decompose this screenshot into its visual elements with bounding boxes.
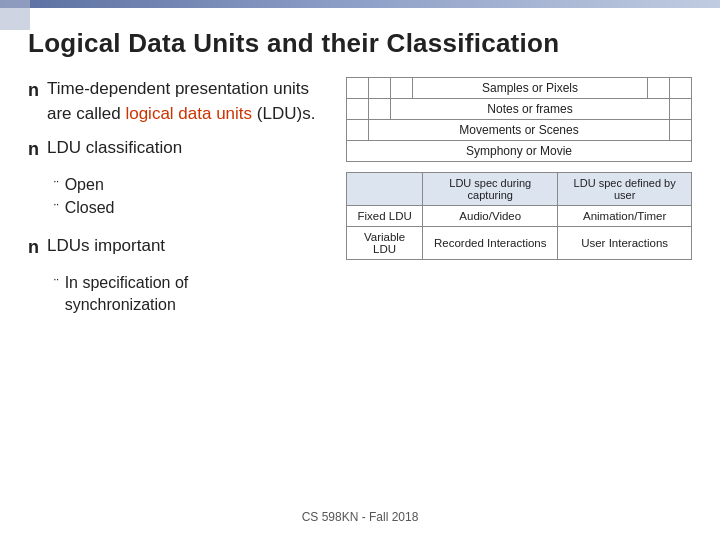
top-gradient-bar xyxy=(0,0,720,8)
sub-marker-closed: ¨ xyxy=(54,200,59,220)
spacer xyxy=(346,268,692,500)
table-bottom: LDU spec during capturing LDU spec defin… xyxy=(346,172,692,260)
cell-notes: Notes or frames xyxy=(391,99,670,120)
table-row: Samples or Pixels xyxy=(347,78,692,99)
cell-recorded: Recorded Interactions xyxy=(423,227,558,260)
cell-empty xyxy=(670,99,692,120)
cell-empty xyxy=(670,120,692,141)
highlight-ldu: logical data units xyxy=(125,104,252,123)
cell-empty xyxy=(369,78,391,99)
table-top: Samples or Pixels Notes or frames Moveme… xyxy=(346,77,692,162)
cell-animation-timer: Animation/Timer xyxy=(558,206,692,227)
header-cell-ldu-capturing: LDU spec during capturing xyxy=(423,173,558,206)
cell-empty xyxy=(670,78,692,99)
bullet-marker-3: n xyxy=(28,235,39,260)
table-row: Movements or Scenes xyxy=(347,120,692,141)
cell-variable-ldu: Variable LDU xyxy=(347,227,423,260)
footer: CS 598KN - Fall 2018 xyxy=(28,510,692,524)
bullet-marker-2: n xyxy=(28,137,39,162)
bullet-text-3: LDUs important xyxy=(47,234,165,259)
sub-bullet-open: ¨ Open xyxy=(54,174,328,197)
table-row: Notes or frames xyxy=(347,99,692,120)
table-row-fixed: Fixed LDU Audio/Video Animation/Timer xyxy=(347,206,692,227)
cell-samples: Samples or Pixels xyxy=(413,78,648,99)
cell-audio-video: Audio/Video xyxy=(423,206,558,227)
sub-bullet-closed: ¨ Closed xyxy=(54,197,328,220)
header-cell-ldu-user: LDU spec defined by user xyxy=(558,173,692,206)
bullet-3: n LDUs important xyxy=(28,234,328,260)
table-row-variable: Variable LDU Recorded Interactions User … xyxy=(347,227,692,260)
sub-bullets-3: ¨ In specification ofsynchronization xyxy=(54,272,328,317)
left-column: n Time-dependent presentation units are … xyxy=(28,77,328,500)
sub-bullets-2: ¨ Open ¨ Closed xyxy=(54,174,328,219)
table-row: Symphony or Movie xyxy=(347,141,692,162)
sub-marker-spec: ¨ xyxy=(54,275,59,295)
cell-symphony: Symphony or Movie xyxy=(347,141,692,162)
table-header-row: LDU spec during capturing LDU spec defin… xyxy=(347,173,692,206)
cell-empty xyxy=(347,78,369,99)
sub-label-open: Open xyxy=(65,174,104,196)
slide-container: Logical Data Units and their Classificat… xyxy=(0,8,720,540)
cell-empty xyxy=(391,78,413,99)
bullet-text-1: Time-dependent presentation units are ca… xyxy=(47,77,328,126)
cell-empty xyxy=(648,78,670,99)
cell-user-interactions: User Interactions xyxy=(558,227,692,260)
slide-title: Logical Data Units and their Classificat… xyxy=(28,28,692,59)
cell-movements: Movements or Scenes xyxy=(369,120,670,141)
sub-marker-open: ¨ xyxy=(54,177,59,197)
bullet-2: n LDU classification xyxy=(28,136,328,162)
content-area: n Time-dependent presentation units are … xyxy=(28,77,692,500)
bullet-text-2: LDU classification xyxy=(47,136,182,161)
bullet-marker-1: n xyxy=(28,78,39,103)
cell-empty xyxy=(347,120,369,141)
sub-label-closed: Closed xyxy=(65,197,115,219)
sub-label-spec: In specification ofsynchronization xyxy=(65,272,189,317)
right-column: Samples or Pixels Notes or frames Moveme… xyxy=(346,77,692,500)
cell-fixed-ldu: Fixed LDU xyxy=(347,206,423,227)
cell-empty xyxy=(347,99,369,120)
cell-empty xyxy=(369,99,391,120)
header-cell-empty xyxy=(347,173,423,206)
sub-bullet-spec: ¨ In specification ofsynchronization xyxy=(54,272,328,317)
bullet-1: n Time-dependent presentation units are … xyxy=(28,77,328,126)
